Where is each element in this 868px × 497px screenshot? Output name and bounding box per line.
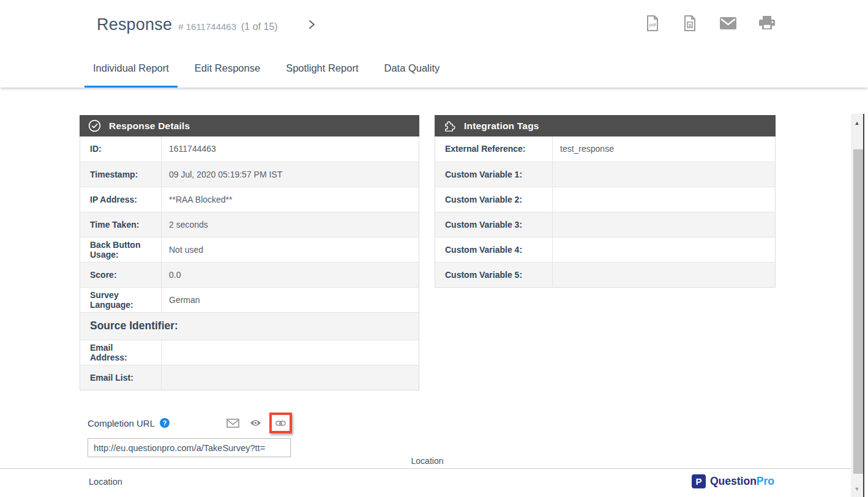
table-row: Back Button Usage: Not used <box>80 237 419 262</box>
brand-text-question: Question <box>710 475 757 487</box>
table-row: External Reference: test_response <box>435 136 776 162</box>
questionpro-logo-mark: P <box>692 474 706 488</box>
response-count: (1 of 15) <box>241 21 278 32</box>
row-label: Custom Variable 4: <box>435 237 553 262</box>
scrollbar-thumb[interactable] <box>853 149 863 474</box>
row-value: **RAA Blocked** <box>162 187 419 212</box>
integration-tags-panel: Integration Tags External Reference: tes… <box>435 115 776 288</box>
next-response-chevron-icon[interactable] <box>306 19 317 30</box>
row-value: test_response <box>553 136 776 162</box>
integration-tags-table: External Reference: test_response Custom… <box>435 136 776 288</box>
table-row: IP Address: **RAA Blocked** <box>80 187 419 212</box>
completion-url-section: Completion URL <box>88 411 292 457</box>
scrollbar-down-arrow-icon[interactable] <box>851 484 863 495</box>
table-row: Custom Variable 2: <box>435 187 776 212</box>
tab-data-quality[interactable]: Data Quality <box>375 49 448 88</box>
row-label: Survey Language: <box>80 287 162 312</box>
row-label: Time Taken: <box>80 212 162 237</box>
tab-spotlight-report[interactable]: Spotlight Report <box>277 49 367 88</box>
row-value <box>553 187 776 212</box>
svg-text:x: x <box>688 22 691 28</box>
row-label: Custom Variable 3: <box>435 212 553 237</box>
row-label: Email Address: <box>80 340 162 365</box>
vertical-scrollbar[interactable] <box>851 114 863 497</box>
row-value <box>553 262 776 287</box>
table-row: Survey Language: German <box>80 287 419 312</box>
report-tab-bar: Individual Report Edit Response Spotligh… <box>0 49 868 88</box>
row-label: ID: <box>80 136 162 162</box>
row-value <box>162 365 419 390</box>
row-label: IP Address: <box>80 187 162 212</box>
row-label: Custom Variable 1: <box>435 162 553 187</box>
row-label: Back Button Usage: <box>80 237 162 262</box>
row-label: Custom Variable 5: <box>435 262 553 287</box>
tab-label: Edit Response <box>195 62 260 74</box>
email-icon[interactable] <box>720 17 736 29</box>
tab-individual-report[interactable]: Individual Report <box>84 49 178 88</box>
pdf-export-icon[interactable]: pdf <box>645 15 660 32</box>
row-label: Custom Variable 2: <box>435 187 553 212</box>
header-toolbar: pdf x <box>645 15 775 32</box>
table-row: Time Taken: 2 seconds <box>80 212 419 237</box>
tab-label: Data Quality <box>384 62 440 74</box>
row-value: German <box>162 287 419 312</box>
page-title: Response <box>97 15 172 34</box>
check-circle-icon <box>88 119 101 132</box>
response-details-table: ID: 1611744463 Timestamp: 09 Jul, 2020 0… <box>80 136 419 390</box>
row-label: Score: <box>80 262 162 287</box>
row-label: Email List: <box>80 365 162 390</box>
row-value <box>553 212 776 237</box>
row-value: 1611744463 <box>162 136 419 162</box>
integration-tags-header: Integration Tags <box>435 115 776 136</box>
footer-divider <box>0 468 855 469</box>
link-icon[interactable] <box>275 420 286 427</box>
row-label: Timestamp: <box>80 162 162 187</box>
svg-text:pdf: pdf <box>649 22 656 28</box>
page-header: Response # 1611744463 (1 of 15) pdf x <box>0 0 868 49</box>
location-section-heading: Location <box>89 477 122 487</box>
response-details-header: Response Details <box>80 115 419 136</box>
source-identifier-row: Source Identifier: <box>80 312 419 340</box>
completion-url-label: Completion URL <box>88 418 155 428</box>
table-row: ID: 1611744463 <box>80 136 419 162</box>
row-value: 2 seconds <box>162 212 419 237</box>
table-row: Custom Variable 3: <box>435 212 776 237</box>
row-value <box>553 162 776 187</box>
tab-label: Individual Report <box>93 62 169 74</box>
eye-icon[interactable] <box>250 419 261 427</box>
tab-label: Spotlight Report <box>286 62 358 74</box>
row-value: 09 Jul, 2020 05:19:57 PM IST <box>162 162 419 187</box>
panel-title: Integration Tags <box>464 121 539 132</box>
row-value <box>162 340 419 365</box>
row-value: 0.0 <box>162 262 419 287</box>
location-pending-label: Location <box>0 456 855 466</box>
row-label: External Reference: <box>435 136 553 162</box>
row-value <box>553 237 776 262</box>
window-edge <box>863 114 864 497</box>
panel-title: Response Details <box>109 121 190 132</box>
completion-url-input[interactable] <box>88 438 291 457</box>
email-url-icon[interactable] <box>226 419 239 428</box>
scrollbar-up-arrow-icon[interactable] <box>851 118 863 129</box>
section-label: Source Identifier: <box>80 312 419 340</box>
table-row: Email List: <box>80 365 419 390</box>
tab-edit-response[interactable]: Edit Response <box>186 49 269 88</box>
table-row: Custom Variable 4: <box>435 237 776 262</box>
brand-text-pro: Pro <box>757 475 774 487</box>
annotation-highlight-box <box>269 413 292 433</box>
response-number: # 1611744463 <box>178 21 236 32</box>
print-icon[interactable] <box>759 16 775 31</box>
response-details-panel: Response Details ID: 1611744463 Timestam… <box>80 115 419 390</box>
puzzle-icon <box>443 119 456 132</box>
table-row: Custom Variable 5: <box>435 262 776 287</box>
table-row: Email Address: <box>80 340 419 365</box>
table-row: Score: 0.0 <box>80 262 419 287</box>
excel-export-icon[interactable]: x <box>683 15 697 32</box>
questionpro-logo[interactable]: P QuestionPro <box>692 474 774 488</box>
table-row: Custom Variable 1: <box>435 162 776 187</box>
table-row: Timestamp: 09 Jul, 2020 05:19:57 PM IST <box>80 162 419 187</box>
row-value: Not used <box>162 237 419 262</box>
help-icon[interactable] <box>160 418 170 428</box>
